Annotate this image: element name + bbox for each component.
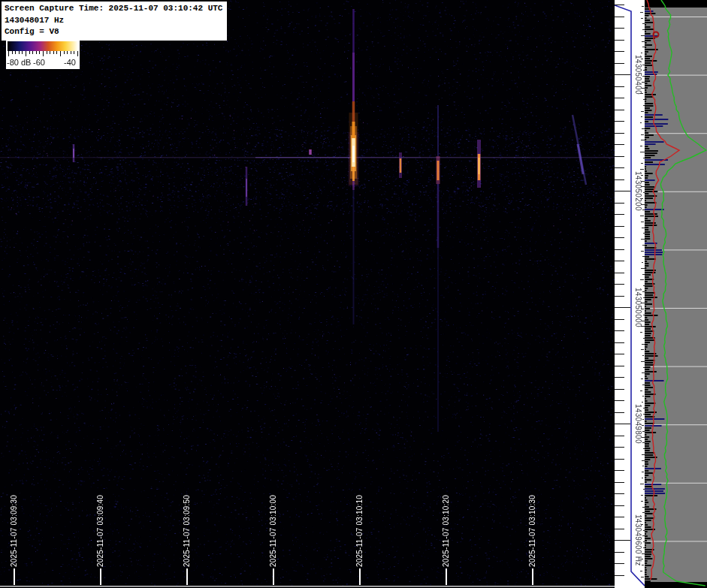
frequency-tick: [615, 17, 624, 17]
frequency-microtick: [641, 222, 644, 222]
frequency-microtick: [641, 18, 643, 19]
frequency-tick: [615, 400, 624, 401]
frequency-tick: [615, 121, 624, 122]
frequency-microtick: [641, 163, 643, 164]
frequency-tick: [615, 436, 624, 436]
frequency-microtick: [641, 349, 644, 350]
frequency-microtick: [640, 169, 644, 170]
frequency-tick: [615, 389, 624, 390]
frequency-tick: [615, 342, 624, 343]
db-scale-labels: -80 dB -60 -40: [6, 58, 80, 68]
frequency-tick: [615, 493, 624, 494]
frequency-tick: [615, 424, 630, 424]
db-tick: [22, 51, 23, 54]
frequency-tick: [615, 226, 624, 227]
frequency-tick: [615, 261, 624, 261]
frequency-tick: [615, 529, 624, 529]
spectrum-graph-panel[interactable]: [645, 0, 707, 588]
frequency-scale-strip[interactable]: 1430504001430502001430500001430498001430…: [615, 0, 645, 588]
frequency-microtick: [641, 53, 643, 53]
frequency-tick: [615, 144, 624, 145]
frequency-tick: [615, 319, 624, 320]
frequency-microtick: [641, 111, 643, 112]
frequency-microtick: [641, 140, 644, 140]
frequency-tick: [615, 563, 624, 564]
waterfall-display[interactable]: [0, 0, 615, 588]
frequency-microtick: [642, 466, 644, 466]
db-tick: [32, 51, 33, 54]
frequency-microtick: [640, 571, 642, 571]
db-label-80: -80 dB: [7, 58, 31, 67]
frequency-tick: [615, 552, 624, 553]
frequency-tick: [615, 5, 624, 5]
db-tick: [67, 51, 68, 54]
frequency-tick: [615, 540, 630, 541]
frequency-tick: [615, 203, 624, 204]
screen-capture: { "info_box": { "line1": "Screen Capture…: [0, 0, 707, 588]
db-tick: [15, 51, 16, 54]
frequency-microtick: [640, 484, 644, 484]
frequency-label: 143050000: [634, 288, 642, 327]
db-scale-ruler: [8, 51, 78, 58]
frequency-tick: [615, 284, 624, 285]
db-tick: [39, 51, 40, 54]
frequency-tick: [615, 459, 624, 460]
frequency-tick: [615, 366, 624, 366]
db-tick: [53, 51, 54, 54]
db-tick: [36, 51, 37, 54]
frequency-microtick: [642, 472, 644, 472]
db-color-scale: -80 dB -60 -40: [6, 40, 80, 69]
frequency-tick: [615, 133, 624, 134]
db-tick: [8, 51, 9, 56]
frequency-tick: [615, 296, 624, 297]
capture-info-box: Screen Capture Time: 2025-11-07 03:10:42…: [2, 2, 227, 41]
db-tick: [74, 51, 74, 54]
frequency-microtick: [640, 216, 644, 216]
db-label-60: -60: [33, 58, 45, 67]
frequency-microtick: [642, 478, 643, 478]
frequency-microtick: [641, 378, 642, 379]
frequency-microtick: [640, 332, 642, 333]
db-label-40: -40: [64, 58, 76, 67]
frequency-microtick: [640, 12, 643, 13]
frequency-tick: [615, 63, 624, 64]
db-tick: [77, 51, 78, 56]
frequency-tick: [615, 412, 624, 413]
frequency-label: 143049600 Hz: [634, 514, 642, 566]
frequency-tick: [615, 98, 624, 98]
db-tick: [26, 51, 26, 56]
db-tick: [19, 51, 20, 54]
db-tick: [12, 51, 13, 54]
db-tick: [47, 51, 47, 54]
db-tick: [56, 51, 57, 54]
frequency-microtick: [642, 402, 643, 403]
color-gradient-bar: [8, 41, 78, 51]
frequency-tick: [615, 191, 630, 191]
frequency-microtick: [640, 146, 642, 146]
frequency-tick: [615, 575, 624, 576]
frequency-tick: [615, 377, 624, 378]
db-tick: [64, 51, 65, 54]
frequency-microtick: [642, 6, 644, 7]
db-tick: [43, 51, 44, 56]
frequency-microtick: [641, 116, 642, 117]
frequency-tick: [615, 28, 624, 29]
frequency-tick: [615, 214, 624, 215]
db-tick: [29, 51, 30, 54]
frequency-tick: [615, 40, 624, 41]
frequency-tick: [615, 330, 624, 331]
frequency-tick: [615, 86, 624, 87]
frequency-label: 143050400: [634, 55, 642, 95]
frequency-microtick: [640, 279, 644, 280]
frequency-microtick: [642, 262, 643, 263]
frequency-microtick: [641, 251, 644, 252]
frequency-tick: [615, 354, 624, 354]
frequency-label: 143049800: [634, 404, 642, 444]
capture-time-text: Screen Capture Time: 2025-11-07 03:10:42…: [5, 3, 222, 15]
frequency-microtick: [641, 577, 645, 577]
frequency-tick: [615, 110, 624, 110]
frequency-tick: [615, 517, 624, 517]
frequency-microtick: [641, 495, 643, 496]
frequency-tick: [615, 505, 624, 506]
frequency-tick: [615, 179, 624, 180]
